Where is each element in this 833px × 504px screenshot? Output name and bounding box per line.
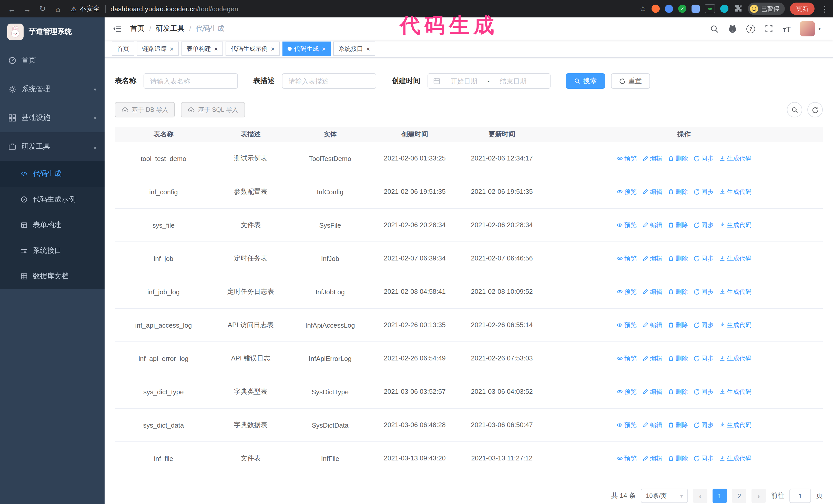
- sidebar-item-home[interactable]: 首页: [0, 46, 104, 75]
- font-size-icon[interactable]: TT: [783, 25, 791, 32]
- table-name-input[interactable]: [144, 73, 238, 89]
- sidebar-item-infra[interactable]: 基础设施 ▾: [0, 103, 104, 132]
- browser-menu-icon[interactable]: ⋮: [821, 4, 829, 14]
- delete-link[interactable]: 删除: [668, 187, 688, 196]
- sync-link[interactable]: 同步: [694, 287, 714, 296]
- close-icon[interactable]: ×: [271, 45, 275, 52]
- generate-code-link[interactable]: 生成代码: [719, 321, 752, 330]
- preview-link[interactable]: 预览: [617, 287, 637, 296]
- security-chip[interactable]: ⚠ 不安全: [71, 4, 100, 13]
- edit-link[interactable]: 编辑: [642, 454, 662, 463]
- generate-code-link[interactable]: 生成代码: [719, 287, 752, 296]
- page-size-select[interactable]: 10条/页 ▾: [641, 488, 688, 503]
- delete-link[interactable]: 删除: [668, 154, 688, 163]
- search-icon[interactable]: [710, 24, 719, 33]
- edit-link[interactable]: 编辑: [642, 387, 662, 396]
- sidebar-item-codegen[interactable]: 代码生成: [0, 161, 104, 187]
- github-icon[interactable]: [728, 24, 737, 33]
- tab-system-api[interactable]: 系统接口×: [333, 42, 375, 56]
- edit-link[interactable]: 编辑: [642, 421, 662, 429]
- preview-link[interactable]: 预览: [617, 221, 637, 230]
- extension-on-icon[interactable]: on: [705, 4, 715, 13]
- refresh-table-button[interactable]: [807, 102, 823, 117]
- preview-link[interactable]: 预览: [617, 154, 637, 163]
- collapse-menu-icon[interactable]: [113, 24, 122, 33]
- reload-icon[interactable]: ↻: [36, 2, 49, 16]
- edit-link[interactable]: 编辑: [642, 221, 662, 230]
- home-icon[interactable]: ⌂: [51, 2, 65, 16]
- sync-link[interactable]: 同步: [694, 187, 714, 196]
- sync-link[interactable]: 同步: [694, 454, 714, 463]
- delete-link[interactable]: 删除: [668, 221, 688, 230]
- tab-form-builder[interactable]: 表单构建×: [181, 42, 223, 56]
- sidebar-item-system-api[interactable]: 系统接口: [0, 238, 104, 264]
- start-date-input[interactable]: [444, 77, 484, 86]
- extension-icon[interactable]: [720, 5, 729, 13]
- breadcrumb-home[interactable]: 首页: [130, 24, 145, 33]
- generate-code-link[interactable]: 生成代码: [719, 154, 752, 163]
- preview-link[interactable]: 预览: [617, 354, 637, 363]
- sidebar-item-form-builder[interactable]: 表单构建: [0, 212, 104, 238]
- page-button-1[interactable]: 1: [713, 488, 727, 503]
- tab-link-tracing[interactable]: 链路追踪×: [137, 42, 178, 56]
- sync-link[interactable]: 同步: [694, 154, 714, 163]
- preview-link[interactable]: 预览: [617, 321, 637, 330]
- page-button-2[interactable]: 2: [732, 488, 746, 503]
- profile-chip[interactable]: 已暂停: [748, 3, 785, 15]
- forward-icon[interactable]: →: [21, 2, 34, 16]
- generate-code-link[interactable]: 生成代码: [719, 187, 752, 196]
- tab-home[interactable]: 首页: [112, 42, 134, 56]
- import-sql-button[interactable]: 基于 SQL 导入: [181, 102, 245, 117]
- sync-link[interactable]: 同步: [694, 321, 714, 330]
- extension-icon[interactable]: [665, 5, 673, 13]
- edit-link[interactable]: 编辑: [642, 354, 662, 363]
- preview-link[interactable]: 预览: [617, 187, 637, 196]
- update-browser-button[interactable]: 更新: [790, 3, 814, 15]
- close-icon[interactable]: ×: [170, 45, 173, 52]
- sidebar-item-devtools[interactable]: 研发工具 ▴: [0, 132, 104, 161]
- extension-icon[interactable]: [651, 5, 660, 13]
- end-date-input[interactable]: [493, 77, 533, 86]
- sidebar-item-system[interactable]: 系统管理 ▾: [0, 75, 104, 103]
- edit-link[interactable]: 编辑: [642, 187, 662, 196]
- generate-code-link[interactable]: 生成代码: [719, 221, 752, 230]
- app-logo[interactable]: 芋道管理系统: [0, 18, 104, 46]
- sidebar-item-db-docs[interactable]: 数据库文档: [0, 264, 104, 289]
- fullscreen-icon[interactable]: [764, 24, 774, 33]
- tab-codegen[interactable]: 代码生成×: [282, 42, 331, 56]
- import-db-button[interactable]: 基于 DB 导入: [115, 102, 175, 117]
- reset-button[interactable]: 重置: [611, 73, 650, 89]
- sync-link[interactable]: 同步: [694, 354, 714, 363]
- delete-link[interactable]: 删除: [668, 387, 688, 396]
- bookmark-star-icon[interactable]: ☆: [640, 4, 646, 13]
- tab-codegen-example[interactable]: 代码生成示例×: [225, 42, 280, 56]
- delete-link[interactable]: 删除: [668, 421, 688, 429]
- table-desc-input[interactable]: [282, 73, 376, 89]
- prev-page-button[interactable]: ‹: [693, 488, 708, 503]
- delete-link[interactable]: 删除: [668, 287, 688, 296]
- help-icon[interactable]: ?: [746, 24, 755, 33]
- extensions-puzzle-icon[interactable]: [734, 4, 743, 13]
- delete-link[interactable]: 删除: [668, 454, 688, 463]
- extension-check-icon[interactable]: ✓: [678, 5, 686, 13]
- edit-link[interactable]: 编辑: [642, 254, 662, 263]
- next-page-button[interactable]: ›: [752, 488, 766, 503]
- preview-link[interactable]: 预览: [617, 387, 637, 396]
- address-bar[interactable]: dashboard.yudao.iocoder.cn/tool/codegen: [111, 5, 238, 13]
- sync-link[interactable]: 同步: [694, 221, 714, 230]
- sync-link[interactable]: 同步: [694, 387, 714, 396]
- extension-icon[interactable]: [691, 5, 700, 13]
- back-icon[interactable]: ←: [5, 2, 19, 16]
- delete-link[interactable]: 删除: [668, 354, 688, 363]
- generate-code-link[interactable]: 生成代码: [719, 254, 752, 263]
- edit-link[interactable]: 编辑: [642, 154, 662, 163]
- preview-link[interactable]: 预览: [617, 254, 637, 263]
- search-button[interactable]: 搜索: [566, 73, 605, 89]
- sync-link[interactable]: 同步: [694, 254, 714, 263]
- preview-link[interactable]: 预览: [617, 421, 637, 429]
- edit-link[interactable]: 编辑: [642, 321, 662, 330]
- sidebar-item-codegen-example[interactable]: 代码生成示例: [0, 187, 104, 212]
- toggle-search-button[interactable]: [787, 102, 802, 117]
- generate-code-link[interactable]: 生成代码: [719, 354, 752, 363]
- breadcrumb-devtools[interactable]: 研发工具: [156, 24, 185, 33]
